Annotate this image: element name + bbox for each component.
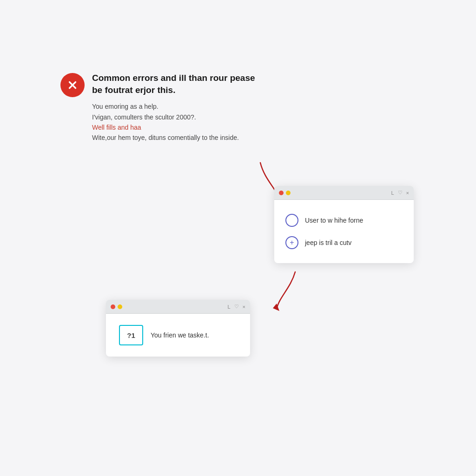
window1-item1: User to w hihe forne xyxy=(285,209,403,231)
circle-icon2: + xyxy=(285,236,298,249)
error-icon xyxy=(60,73,85,97)
circle-icon1 xyxy=(285,214,298,227)
error-title: Common errors and ill than rour pease be… xyxy=(92,72,264,96)
window1: L ♡ × User to w hihe forne + jeep is tri… xyxy=(274,186,414,263)
window2-titlebar: L ♡ × xyxy=(106,300,250,314)
question-box-text: ?1 xyxy=(127,331,135,339)
dot-red2[interactable] xyxy=(111,304,115,309)
window2-controls-right: L ♡ × xyxy=(227,304,245,310)
dot-yellow2[interactable] xyxy=(118,304,122,309)
window1-body: User to w hihe forne + jeep is tril a cu… xyxy=(274,200,414,263)
body-red: Well fills and haa xyxy=(92,122,264,132)
body-line3: Wite,our hem toye, dituns comentially to… xyxy=(92,132,264,143)
heart-label: ♡ xyxy=(398,190,403,196)
window1-controls-right: L ♡ × xyxy=(391,190,409,196)
l-label: L xyxy=(391,190,394,196)
body-line2: I'vigan, comulters the scultor 2000?. xyxy=(92,112,264,122)
window2-body: ?1 You frien we taske.t. xyxy=(106,314,250,357)
body-line1: You emoring as a help. xyxy=(92,101,264,112)
window1-titlebar: L ♡ × xyxy=(274,186,414,200)
arrow2 xyxy=(263,267,304,316)
x-close2[interactable]: × xyxy=(243,304,245,310)
dot-red[interactable] xyxy=(279,191,284,195)
window2: L ♡ × ?1 You frien we taske.t. xyxy=(106,300,250,357)
error-body: You emoring as a help. I'vigan, comulter… xyxy=(92,101,264,143)
dot-yellow[interactable] xyxy=(286,191,291,195)
window1-item1-label: User to w hihe forne xyxy=(305,217,363,224)
window1-item2-label: jeep is tril a cutv xyxy=(305,239,351,246)
l-label2: L xyxy=(227,304,230,310)
question-box: ?1 xyxy=(119,325,143,345)
window2-dots xyxy=(111,304,122,309)
x-icon xyxy=(66,79,79,91)
window1-dots xyxy=(279,191,291,195)
x-close[interactable]: × xyxy=(406,190,409,196)
heart-label2: ♡ xyxy=(234,304,239,310)
window1-item2: + jeep is tril a cutv xyxy=(285,231,403,254)
window2-body-text: You frien we taske.t. xyxy=(151,331,209,339)
error-text-block: Common errors and ill than rour pease be… xyxy=(92,72,264,143)
error-block: Common errors and ill than rour pease be… xyxy=(60,72,264,143)
